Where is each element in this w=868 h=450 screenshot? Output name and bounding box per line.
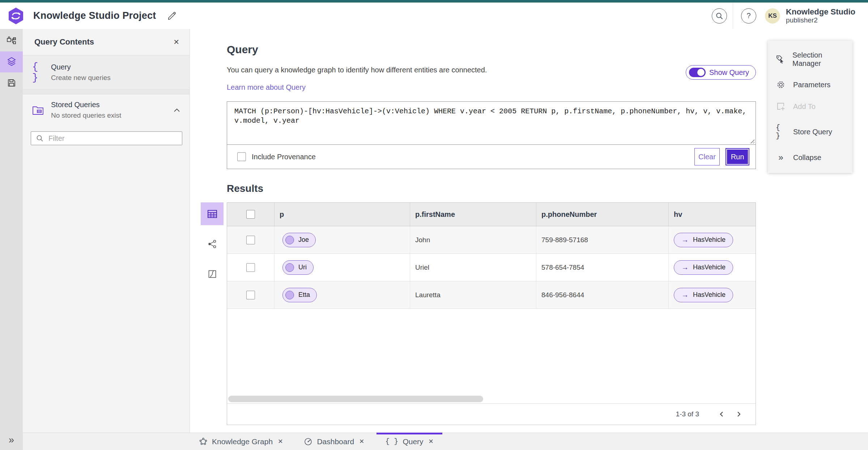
- include-provenance-checkbox[interactable]: [237, 152, 246, 161]
- store-query-button[interactable]: { } Store Query: [768, 117, 852, 146]
- add-to-button: Add To: [768, 96, 852, 117]
- tab-close-icon[interactable]: ✕: [429, 438, 434, 445]
- column-header-p[interactable]: p: [275, 203, 410, 226]
- edit-title-icon[interactable]: [167, 11, 176, 21]
- person-node-pill[interactable]: Uri: [282, 260, 314, 275]
- store-query-label: Store Query: [793, 128, 832, 136]
- user-name: publisher2: [786, 16, 855, 24]
- row-checkbox[interactable]: [246, 263, 255, 272]
- page-title: Query: [227, 43, 756, 56]
- previous-page-button[interactable]: [714, 406, 730, 422]
- dashboard-icon: [304, 437, 312, 446]
- person-node-pill[interactable]: Etta: [282, 288, 317, 302]
- top-accent-bar: [0, 0, 868, 3]
- column-header-firstname[interactable]: p.firstName: [410, 203, 536, 226]
- tab-query[interactable]: { } Query ✕: [381, 433, 438, 450]
- phone-cell: 759-889-57168: [536, 226, 669, 253]
- app-window: Knowledge Studio Project ? KS Knowledge …: [0, 0, 868, 450]
- sidebar-item-stored-queries[interactable]: Stored Queries No stored queries exist: [23, 94, 190, 126]
- include-provenance-label: Include Provenance: [252, 153, 316, 161]
- firstname-cell: Uriel: [410, 254, 536, 281]
- row-checkbox[interactable]: [246, 236, 255, 244]
- results-title: Results: [227, 183, 756, 194]
- help-icon: ?: [747, 12, 751, 20]
- p-cell: Etta: [275, 281, 410, 308]
- share-graph-icon: [208, 239, 217, 249]
- tab-label: Query: [403, 437, 423, 446]
- node-circle-icon: [285, 291, 294, 299]
- show-query-label: Show Query: [709, 68, 749, 77]
- row-select-cell: [227, 226, 275, 253]
- learn-more-link[interactable]: Learn more about Query: [227, 83, 306, 92]
- sidebar-item-query[interactable]: { } Query Create new queries: [23, 55, 190, 89]
- run-button[interactable]: Run: [726, 149, 749, 165]
- parameters-button[interactable]: Parameters: [768, 74, 852, 96]
- stored-queries-label: Stored Queries: [51, 101, 121, 109]
- save-icon: [7, 78, 16, 88]
- query-actions: Clear Run: [694, 148, 750, 165]
- horizontal-scrollbar[interactable]: [228, 396, 483, 402]
- row-select-cell: [227, 281, 275, 308]
- table-view-button[interactable]: [201, 202, 224, 225]
- table-row: Joe John 759-889-57168 → HasVehicle: [227, 226, 756, 254]
- pagination-bar: 1-3 of 3: [227, 403, 756, 425]
- app-logo-icon[interactable]: [8, 7, 24, 25]
- selection-manager-icon: [776, 55, 785, 64]
- row-checkbox[interactable]: [246, 291, 255, 299]
- tab-knowledge-graph[interactable]: Knowledge Graph ✕: [195, 433, 287, 450]
- graph-view-button[interactable]: [201, 232, 224, 255]
- results-section: p p.firstName p.phoneNumber hv: [227, 202, 756, 425]
- tab-close-icon[interactable]: ✕: [359, 438, 364, 445]
- filter-field-wrap: [31, 131, 182, 145]
- edge-arrow-icon: →: [681, 263, 689, 272]
- results-view-toolbar: [201, 202, 224, 285]
- chevron-up-icon[interactable]: [174, 108, 180, 112]
- select-all-checkbox[interactable]: [246, 210, 255, 219]
- rail-hierarchy-button[interactable]: [0, 30, 23, 51]
- knowledge-graph-icon: [199, 437, 208, 446]
- tab-dashboard[interactable]: Dashboard ✕: [299, 433, 369, 450]
- results-table-card: p p.firstName p.phoneNumber hv: [227, 202, 756, 425]
- person-node-label: Etta: [298, 291, 310, 299]
- firstname-cell: Lauretta: [410, 281, 536, 308]
- toggle-switch-on[interactable]: [689, 68, 706, 77]
- add-to-label: Add To: [793, 102, 816, 111]
- panel-close-icon[interactable]: ✕: [173, 38, 179, 46]
- user-avatar[interactable]: KS: [765, 8, 780, 24]
- edge-pill[interactable]: → HasVehicle: [674, 233, 733, 247]
- expand-rail-button[interactable]: »: [0, 434, 23, 446]
- row-select-cell: [227, 254, 275, 281]
- edge-pill[interactable]: → HasVehicle: [674, 260, 733, 275]
- query-textarea[interactable]: MATCH (p:Person)-[hv:HasVehicle]->(v:Veh…: [227, 102, 756, 144]
- rail-save-button[interactable]: [0, 72, 23, 93]
- person-node-pill[interactable]: Joe: [282, 233, 316, 247]
- help-button[interactable]: ?: [741, 8, 756, 24]
- tab-close-icon[interactable]: ✕: [278, 438, 283, 445]
- show-query-toggle[interactable]: Show Query: [686, 65, 756, 80]
- rail-layers-button[interactable]: [0, 51, 23, 72]
- table-row: Uri Uriel 578-654-7854 → HasVehicle: [227, 254, 756, 281]
- gear-icon: [776, 80, 786, 89]
- query-tools-panel: Selection Manager Parameters: [768, 41, 852, 173]
- clear-button[interactable]: Clear: [694, 148, 720, 165]
- column-header-hv[interactable]: hv: [669, 203, 756, 226]
- search-button[interactable]: [712, 8, 727, 24]
- layers-icon: [7, 57, 17, 67]
- selection-manager-button[interactable]: Selection Manager: [768, 45, 852, 74]
- header-actions: ? KS Knowledge Studio publisher2: [712, 3, 868, 29]
- map-icon: [208, 270, 217, 278]
- tab-label: Knowledge Graph: [212, 437, 273, 446]
- filter-input[interactable]: [31, 131, 182, 145]
- edge-arrow-icon: →: [681, 291, 689, 299]
- user-info[interactable]: Knowledge Studio publisher2: [786, 7, 855, 24]
- phone-cell: 846-956-8644: [536, 281, 669, 308]
- map-view-button[interactable]: [201, 262, 224, 285]
- panel-title: Query Contents: [34, 37, 173, 47]
- next-page-button[interactable]: [730, 406, 747, 422]
- edge-pill[interactable]: → HasVehicle: [674, 288, 733, 302]
- collapse-panel-button[interactable]: » Collapse: [768, 146, 852, 169]
- search-icon: [36, 134, 44, 142]
- table-empty-space: [227, 309, 756, 403]
- column-header-phonenumber[interactable]: p.phoneNumber: [536, 203, 669, 226]
- main-area: Query You can query a knowledge graph to…: [190, 29, 868, 450]
